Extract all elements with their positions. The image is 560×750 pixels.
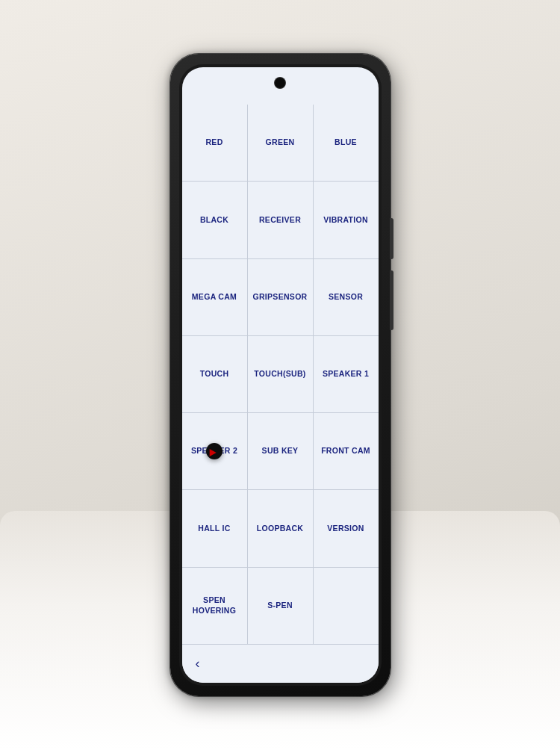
grid-row-4: TOUCH TOUCH(SUB) SPEAKER 1 — [182, 336, 379, 413]
cell-empty — [314, 568, 379, 644]
grid-row-2: BLACK RECEIVER VIBRATION — [182, 182, 379, 258]
cell-mega-cam[interactable]: MEGA CAM — [182, 259, 248, 335]
cell-touch-sub[interactable]: TOUCH(SUB) — [248, 336, 314, 412]
cell-touch[interactable]: TOUCH — [182, 336, 248, 412]
cell-green[interactable]: GREEN — [248, 105, 314, 181]
cell-version[interactable]: VERSION — [314, 490, 379, 566]
cell-blue[interactable]: BLUE — [314, 105, 379, 181]
bottom-bar: ‹ — [182, 644, 379, 683]
cell-sub-key[interactable]: SUB KEY — [248, 413, 314, 489]
phone-body: RED GREEN BLUE BLACK — [170, 54, 391, 696]
cell-receiver[interactable]: RECEIVER — [248, 182, 314, 258]
grid-row-6: HALL IC LOOPBACK VERSION — [182, 490, 379, 567]
cell-gripsensor[interactable]: GRIPSENSOR — [248, 259, 314, 335]
cell-front-cam[interactable]: FRONT CAM — [314, 413, 379, 489]
grid-row-3: MEGA CAM GRIPSENSOR SENSOR — [182, 259, 379, 336]
cell-speaker-1[interactable]: SPEAKER 1 — [314, 336, 379, 412]
cell-vibration[interactable]: VIBRATION — [314, 182, 379, 258]
cell-black[interactable]: BLACK — [182, 182, 248, 258]
grid-row-5: SPEAKER 2 SUB KEY FRONT CAM — [182, 413, 379, 490]
cell-loopback[interactable]: LOOPBACK — [248, 490, 314, 566]
grid-area: RED GREEN BLUE BLACK — [182, 67, 379, 644]
back-button[interactable]: ‹ — [196, 656, 200, 672]
power-button — [390, 218, 393, 259]
screen: RED GREEN BLUE BLACK — [182, 67, 379, 683]
scene: RED GREEN BLUE BLACK — [0, 0, 560, 750]
cell-red[interactable]: RED — [182, 105, 248, 181]
cell-s-pen[interactable]: S-PEN — [248, 568, 314, 644]
grid-row-7: SPEN HOVERING S-PEN — [182, 568, 379, 644]
cell-spen-hovering[interactable]: SPEN HOVERING — [182, 568, 248, 644]
cell-sensor[interactable]: SENSOR — [314, 259, 379, 335]
cell-speaker-2[interactable]: SPEAKER 2 — [182, 413, 248, 489]
screen-bezel: RED GREEN BLUE BLACK — [179, 64, 382, 686]
grid-row-1: RED GREEN BLUE — [182, 105, 379, 182]
volume-button — [390, 270, 393, 330]
front-camera-hole — [275, 78, 285, 88]
cell-hall-ic[interactable]: HALL IC — [182, 490, 248, 566]
cursor-arrow — [210, 449, 217, 456]
